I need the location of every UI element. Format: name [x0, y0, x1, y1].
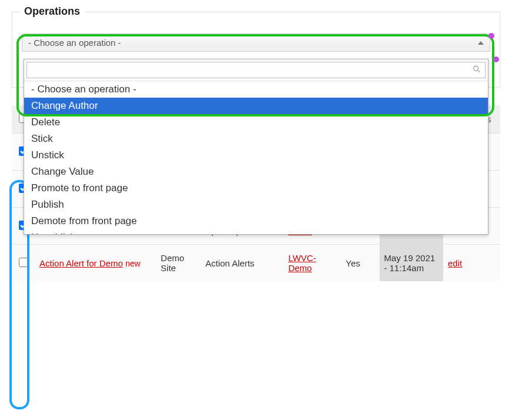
dropdown-option[interactable]: Change Author — [24, 98, 488, 114]
row-author-link[interactable]: LWVC-Demo — [288, 253, 316, 273]
operation-dropdown: - Choose an operation -Change AuthorDele… — [24, 59, 488, 235]
dropdown-option[interactable]: Publish — [24, 196, 488, 213]
dropdown-option[interactable]: Unstick — [24, 147, 488, 164]
dropdown-option[interactable]: Unpublish — [24, 229, 488, 234]
row-edit-link[interactable]: edit — [448, 258, 462, 268]
operation-select-label: - Choose an operation - — [28, 38, 121, 48]
search-icon — [473, 65, 481, 75]
dropdown-option[interactable]: Stick — [24, 131, 488, 147]
row-tag: new — [125, 259, 141, 268]
annotation-dot-1 — [488, 33, 494, 39]
panel-title: Operations — [19, 5, 85, 18]
dropdown-option[interactable]: Change Value — [24, 164, 488, 180]
operation-select[interactable]: - Choose an operation - — [22, 34, 490, 52]
dropdown-option[interactable]: Promote to front page — [24, 180, 488, 196]
svg-line-1 — [478, 70, 480, 72]
row-checkbox[interactable] — [19, 258, 28, 267]
dropdown-option[interactable]: - Choose an operation - — [24, 81, 488, 98]
dropdown-option[interactable]: Demote from front page — [24, 213, 488, 229]
row-published: Yes — [341, 245, 380, 282]
row-subsite: Demo Site — [156, 245, 201, 282]
row-type: Action Alerts — [201, 245, 284, 282]
dropdown-option[interactable]: Delete — [24, 114, 488, 131]
svg-point-0 — [474, 66, 478, 71]
annotation-dot-2 — [493, 56, 499, 62]
table-row: Action Alert for Demo newDemo SiteAction… — [12, 245, 500, 282]
dropdown-search-input[interactable] — [26, 62, 486, 78]
row-date: May 19 2021 - 11:14am — [380, 245, 443, 282]
dropdown-search-row — [24, 59, 488, 81]
dropdown-option-list[interactable]: - Choose an operation -Change AuthorDele… — [24, 81, 488, 234]
row-title-link[interactable]: Action Alert for Demo — [39, 258, 123, 268]
